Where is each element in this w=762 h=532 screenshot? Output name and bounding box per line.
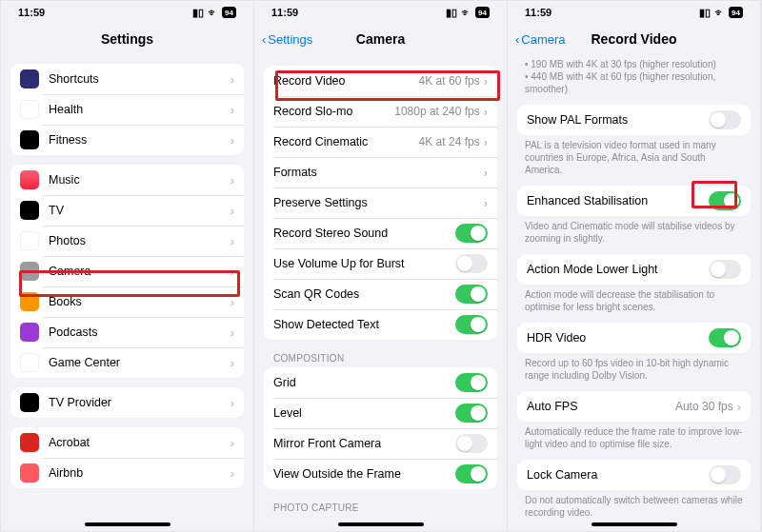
mirror-front-toggle[interactable] [455,434,488,453]
row-label: Music [49,173,231,187]
row-label: Books [49,295,231,308]
row-scan-qr[interactable]: Scan QR Codes [264,279,497,309]
show-pal-toggle[interactable] [709,110,741,129]
chevron-right-icon: › [484,135,488,149]
section-header-photo-capture: PHOTO CAPTURE [254,489,507,517]
row-level[interactable]: Level [264,398,497,428]
lock-camera-toggle[interactable] [709,465,741,484]
settings-row-podcasts[interactable]: Podcasts› [10,317,244,347]
row-volume-up-burst[interactable]: Use Volume Up for Burst [264,248,497,279]
row-label: Level [273,406,455,420]
row-label: Use Volume Up for Burst [273,257,455,270]
row-label: Record Slo-mo [273,105,394,118]
row-auto-fps[interactable]: Auto FPSAuto 30 fps› [517,391,751,422]
battery-icon: 94 [222,7,236,18]
row-detail: 4K at 24 fps [419,135,480,148]
row-show-pal[interactable]: Show PAL Formats [517,105,751,135]
row-detail: 4K at 60 fps [419,74,480,88]
settings-row-fitness[interactable]: Fitness› [10,125,244,155]
back-button[interactable]: ‹Camera [515,32,566,47]
row-mirror-front[interactable]: Mirror Front Camera [264,428,497,459]
chevron-right-icon: › [231,295,234,309]
wifi-icon: ᯤ [208,7,218,18]
row-preserve-settings[interactable]: Preserve Settings› [264,187,497,218]
grid-toggle[interactable] [455,373,488,392]
health-icon [20,100,39,119]
scan-qr-toggle[interactable] [455,285,488,304]
row-grid[interactable]: Grid [264,367,497,398]
row-show-detected-text[interactable]: Show Detected Text [264,309,497,340]
chevron-right-icon: › [484,166,488,180]
row-label: TV [49,204,231,217]
settings-row-health[interactable]: Health› [10,94,244,125]
row-label: Scan QR Codes [273,287,455,301]
row-label: Enhanced Stabilisation [527,194,709,207]
page-title: Record Video [592,31,677,47]
settings-row-acrobat[interactable]: Acrobat› [10,427,244,458]
fitness-icon [20,130,39,149]
row-view-outside-frame[interactable]: View Outside the Frame [264,459,497,489]
record-stereo-sound-toggle[interactable] [455,224,488,243]
status-bar: 11:59 ▮▯ᯤ94 [1,1,253,24]
acrobat-icon [20,433,39,452]
chevron-right-icon: › [231,103,234,117]
settings-row-airbnb[interactable]: Airbnb› [10,458,244,488]
row-label: Action Mode Lower Light [527,263,709,276]
level-toggle[interactable] [455,404,488,423]
show-detected-text-toggle[interactable] [455,315,488,334]
row-action-mode-lower[interactable]: Action Mode Lower Light [517,254,751,285]
row-label: Show PAL Formats [527,113,709,127]
row-formats[interactable]: Formats› [264,157,497,187]
settings-row-music[interactable]: Music› [10,165,244,195]
row-label: Auto FPS [527,400,675,413]
enhanced-stabilisation-toggle[interactable] [709,191,741,210]
back-button[interactable]: ‹Settings [262,32,312,47]
status-bar: 11:59 ▮▯ᯤ94 [254,1,507,24]
settings-row-books[interactable]: Books› [10,286,244,317]
action-mode-lower-toggle[interactable] [709,260,741,279]
row-record-video[interactable]: Record Video4K at 60 fps› [264,66,497,96]
settings-row-photos[interactable]: Photos› [10,226,244,256]
shortcuts-icon [20,69,39,89]
volume-up-burst-toggle[interactable] [455,254,488,273]
settings-row-gamecenter[interactable]: Game Center› [10,347,244,378]
books-icon [20,292,39,311]
row-record-cinematic[interactable]: Record Cinematic4K at 24 fps› [264,127,497,157]
page-title: Camera [356,31,405,47]
settings-row-tv[interactable]: TV› [10,195,244,226]
row-hdr-video[interactable]: HDR Video [517,323,751,353]
photos-icon [20,231,39,250]
chevron-right-icon: › [484,74,488,89]
row-label: Health [49,103,231,116]
note-action-mode-lower: Action mode will decrease the stabilisat… [508,285,760,313]
view-outside-frame-toggle[interactable] [455,464,488,483]
estimate-note: • 190 MB with 4K at 30 fps (higher resol… [508,54,760,95]
chevron-right-icon: › [231,133,234,148]
chevron-right-icon: › [737,400,741,414]
row-lock-camera[interactable]: Lock Camera [517,460,751,490]
battery-icon: 94 [475,7,490,18]
note-hdr-video: Record up to 60 fps video in 10-bit high… [508,353,760,382]
gamecenter-icon [20,353,39,372]
nav-header: ‹Settings Camera [254,24,507,54]
home-indicator [1,518,253,531]
row-enhanced-stabilisation[interactable]: Enhanced Stabilisation [517,186,751,216]
chevron-right-icon: › [231,265,234,279]
chevron-left-icon: ‹ [515,32,519,47]
signal-icon: ▮▯ [192,7,204,19]
row-record-stereo-sound[interactable]: Record Stereo Sound [264,218,497,248]
row-record-slomo[interactable]: Record Slo-mo1080p at 240 fps› [264,96,497,127]
row-label: Preserve Settings [273,196,484,209]
row-detail: Auto 30 fps [675,400,733,413]
settings-row-shortcuts[interactable]: Shortcuts› [10,64,244,94]
hdr-video-toggle[interactable] [709,328,741,347]
chevron-right-icon: › [231,204,234,218]
wifi-icon: ᯤ [461,7,471,18]
row-label: Record Cinematic [273,135,419,148]
row-label: Camera [49,265,231,278]
row-detail: 1080p at 240 fps [394,105,479,118]
settings-row-tvprovider[interactable]: TV Provider› [10,387,244,418]
settings-row-camera[interactable]: Camera› [10,256,244,286]
battery-icon: 94 [729,7,743,18]
chevron-left-icon: ‹ [262,32,266,47]
